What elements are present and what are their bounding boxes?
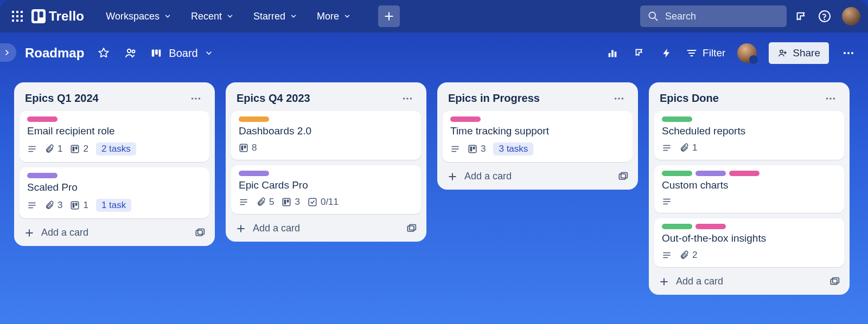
board-title[interactable]: Roadmap	[25, 46, 84, 61]
label-green[interactable]	[662, 224, 692, 229]
account-avatar[interactable]	[842, 7, 860, 25]
board-member-avatar[interactable]	[737, 43, 757, 63]
card[interactable]: Custom charts	[654, 165, 844, 213]
create-button[interactable]	[378, 5, 400, 27]
list-epics-q4-2023: Epics Q4 2023 Dashboards 2.0 8 Epic Card…	[226, 82, 426, 242]
add-card-label: Add a card	[41, 227, 88, 238]
list-title[interactable]: Epics Q4 2023	[237, 92, 310, 105]
description-icon	[662, 250, 672, 260]
expand-sidebar-button[interactable]	[0, 43, 16, 62]
nav-workspaces-label: Workspaces	[106, 11, 159, 22]
svg-rect-3	[12, 15, 14, 17]
label-purple[interactable]	[239, 171, 269, 176]
search-box[interactable]	[640, 5, 787, 27]
notifications-icon[interactable]	[791, 7, 810, 26]
label-purple[interactable]	[27, 173, 58, 178]
svg-rect-6	[12, 20, 14, 22]
svg-point-59	[829, 98, 832, 100]
add-card-button[interactable]: Add a card	[447, 171, 512, 182]
list-menu-icon[interactable]	[190, 93, 205, 105]
svg-point-40	[410, 98, 412, 100]
svg-rect-35	[75, 203, 78, 206]
add-card-label: Add a card	[253, 223, 300, 234]
view-switcher[interactable]: Board	[150, 47, 213, 60]
label-orange[interactable]	[239, 116, 269, 122]
card-title: Custom charts	[662, 179, 837, 191]
tasks-badge: 2 tasks	[96, 142, 136, 155]
svg-rect-62	[833, 277, 839, 283]
board-menu-icon[interactable]	[841, 46, 856, 61]
label-pink[interactable]	[729, 171, 760, 176]
star-icon[interactable]	[96, 46, 111, 61]
search-icon	[648, 11, 659, 22]
add-card-label: Add a card	[464, 171, 512, 182]
card[interactable]: Scaled Pro 3 1 1 task	[20, 167, 209, 218]
svg-rect-7	[16, 20, 18, 22]
svg-rect-0	[12, 11, 14, 13]
card[interactable]: Scheduled reports 1	[654, 111, 844, 160]
svg-rect-45	[284, 200, 286, 205]
tasks-badge: 3 tasks	[493, 142, 533, 155]
nav-workspaces[interactable]: Workspaces	[98, 7, 179, 26]
apps-switcher-icon[interactable]	[8, 7, 27, 26]
label-green[interactable]	[662, 171, 692, 176]
list-menu-icon[interactable]	[613, 93, 628, 105]
trello-badge: 1	[70, 200, 88, 211]
card[interactable]: Out-of-the-box insights 2	[654, 218, 844, 267]
search-input[interactable]	[665, 11, 791, 22]
svg-rect-55	[473, 147, 475, 150]
card-template-icon[interactable]	[617, 171, 628, 182]
card[interactable]: Epic Cards Pro 5 3 0/11	[231, 165, 421, 214]
trello-badge: 3	[468, 144, 486, 154]
list-epics-done: Epics Done Scheduled reports 1 Custom ch…	[649, 82, 850, 295]
add-card-button[interactable]: Add a card	[24, 227, 88, 238]
share-label: Share	[793, 47, 820, 59]
label-pink[interactable]	[27, 116, 58, 122]
label-pink[interactable]	[695, 224, 726, 229]
svg-rect-22	[615, 51, 617, 57]
add-card-label: Add a card	[676, 276, 723, 287]
powerups-icon[interactable]	[632, 46, 647, 61]
card[interactable]: Email recipient role 1 2 2 tasks	[20, 111, 209, 162]
add-card-button[interactable]: Add a card	[659, 276, 723, 287]
list-epics-q1-2024: Epics Q1 2024 Email recipient role 1 2 2…	[14, 82, 215, 246]
add-card-button[interactable]: Add a card	[235, 223, 300, 234]
svg-point-28	[195, 98, 197, 100]
nav-recent[interactable]: Recent	[183, 7, 241, 26]
label-purple[interactable]	[695, 171, 726, 176]
trello-logo[interactable]: Trello	[31, 9, 84, 24]
nav-starred[interactable]: Starred	[246, 7, 305, 26]
automation-icon[interactable]	[659, 46, 674, 61]
list-menu-icon[interactable]	[825, 93, 840, 105]
label-pink[interactable]	[450, 116, 481, 122]
list-epics-in-progress: Epics in Progress Time tracking support …	[437, 82, 638, 190]
list-menu-icon[interactable]	[401, 93, 417, 105]
list-title[interactable]: Epics Done	[660, 92, 719, 105]
svg-rect-53	[469, 145, 476, 153]
description-icon	[27, 200, 37, 210]
svg-point-38	[403, 98, 405, 100]
card-template-icon[interactable]	[829, 276, 840, 287]
nav-more[interactable]: More	[309, 7, 359, 26]
svg-rect-42	[241, 146, 244, 151]
help-icon[interactable]	[815, 7, 834, 26]
svg-point-14	[824, 19, 825, 20]
label-green[interactable]	[662, 116, 692, 122]
svg-point-12	[649, 12, 656, 19]
card-template-icon[interactable]	[194, 228, 205, 238]
chevron-down-icon	[290, 12, 297, 20]
card-template-icon[interactable]	[406, 223, 417, 234]
dashboard-icon[interactable]	[605, 46, 620, 61]
share-button[interactable]: Share	[769, 42, 829, 64]
board-canvas[interactable]: Epics Q1 2024 Email recipient role 1 2 2…	[0, 74, 868, 324]
workspace-visible-icon[interactable]	[123, 46, 138, 61]
svg-rect-1	[16, 11, 18, 13]
filter-button[interactable]: Filter	[686, 47, 725, 59]
card[interactable]: Dashboards 2.0 8	[231, 111, 421, 160]
svg-rect-36	[196, 230, 202, 236]
svg-rect-34	[73, 203, 75, 208]
list-title[interactable]: Epics Q1 2024	[25, 92, 99, 105]
list-title[interactable]: Epics in Progress	[448, 92, 540, 105]
card[interactable]: Time tracking support 3 3 tasks	[443, 111, 633, 162]
nav-starred-label: Starred	[253, 11, 285, 22]
